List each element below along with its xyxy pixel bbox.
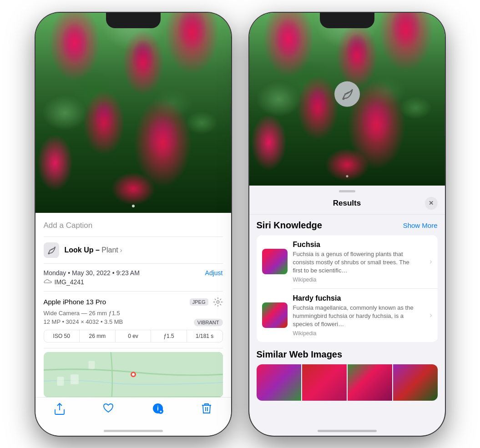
web-image-4[interactable]	[393, 364, 438, 401]
map-area[interactable]	[44, 352, 223, 398]
right-phone-screen: Results ✕ Siri Knowledge Show More Fuchs…	[249, 13, 445, 436]
favorite-button[interactable]	[103, 403, 114, 413]
photo-carousel-dot	[132, 205, 135, 207]
svg-rect-3	[71, 374, 79, 384]
filename-label: IMG_4241	[55, 278, 84, 286]
format-badge: JPEG	[190, 298, 208, 306]
flower-background	[35, 13, 231, 213]
sheet-content: Siri Knowledge Show More Fuchsia Fuchsia…	[249, 215, 445, 407]
fuchsia-description: Fuchsia is a genus of flowering plants t…	[293, 250, 421, 275]
home-indicator	[104, 430, 163, 432]
hardy-fuchsia-description: Fuchsia magellanica, commonly known as t…	[293, 304, 421, 329]
left-phone-screen: Add a Caption Look Up – Plant › Monday •…	[35, 13, 231, 436]
phone-notch	[106, 13, 161, 28]
caption-input[interactable]: Add a Caption	[44, 219, 223, 237]
result-item-fuchsia[interactable]: Fuchsia Fuchsia is a genus of flowering …	[257, 235, 438, 289]
focal-spec: 26 mm	[80, 330, 116, 342]
meta-section: Monday • May 30, 2022 • 9:23 AM Adjust I…	[44, 264, 223, 292]
siri-knowledge-title: Siri Knowledge	[257, 220, 322, 231]
svg-point-6	[132, 373, 135, 376]
result-item-hardy-fuchsia[interactable]: Hardy fuchsia Fuchsia magellanica, commo…	[257, 289, 438, 342]
shutter-spec: 1/181 s	[187, 330, 222, 342]
camera-spec: Wide Camera — 26 mm ƒ1.5	[44, 310, 223, 317]
svg-text:✦: ✦	[159, 410, 162, 414]
lookup-row[interactable]: Look Up – Plant ›	[44, 237, 223, 264]
visual-search-badge	[334, 81, 360, 106]
svg-rect-4	[88, 361, 95, 369]
filename-row: IMG_4241	[44, 278, 223, 286]
lookup-label: Look Up – Plant	[65, 246, 118, 254]
info-area: Add a Caption Look Up – Plant › Monday •…	[35, 213, 231, 398]
device-section: Apple iPhone 13 Pro JPEG Wide Camera — 2…	[44, 292, 223, 348]
delete-button[interactable]	[202, 403, 212, 414]
siri-knowledge-cards: Fuchsia Fuchsia is a genus of flowering …	[257, 235, 438, 342]
fuchsia-title: Fuchsia	[293, 241, 421, 249]
photo-area[interactable]	[35, 13, 231, 213]
right-home-indicator	[318, 430, 377, 432]
aperture-spec: ƒ1.5	[151, 330, 187, 342]
phone-notch-right	[320, 13, 374, 28]
lookup-chevron: ›	[120, 247, 122, 254]
hardy-fuchsia-chevron: ›	[429, 311, 432, 319]
right-dot	[346, 175, 348, 177]
settings-icon	[213, 297, 223, 307]
web-image-2[interactable]	[302, 364, 347, 401]
hardy-fuchsia-info: Hardy fuchsia Fuchsia magellanica, commo…	[293, 294, 421, 337]
hardy-fuchsia-source: Wikipedia	[293, 330, 421, 337]
hardy-fuchsia-title: Hardy fuchsia	[293, 294, 421, 302]
web-images-title: Similar Web Images	[257, 349, 438, 360]
resolution-spec: 12 MP • 3024 × 4032 • 3.5 MB	[44, 318, 123, 325]
hardy-fuchsia-thumbnail	[262, 302, 288, 328]
device-name: Apple iPhone 13 Pro	[44, 298, 106, 306]
web-image-1[interactable]	[257, 364, 301, 401]
web-images-section: Similar Web Images	[257, 349, 438, 401]
svg-rect-2	[57, 377, 64, 386]
photo-date: Monday • May 30, 2022 • 9:23 AM	[44, 269, 140, 277]
sheet-header: Results ✕	[249, 192, 445, 215]
close-button[interactable]: ✕	[425, 197, 438, 210]
share-button[interactable]	[55, 403, 65, 415]
fuchsia-info: Fuchsia Fuchsia is a genus of flowering …	[293, 241, 421, 283]
left-phone: Add a Caption Look Up – Plant › Monday •…	[35, 13, 231, 436]
lookup-icon	[44, 242, 59, 258]
iso-spec: ISO 50	[44, 330, 80, 342]
info-button[interactable]: i ✦	[152, 403, 163, 414]
svg-point-0	[217, 301, 219, 303]
fuchsia-source: Wikipedia	[293, 277, 421, 283]
filter-badge: VIBRANT	[194, 319, 223, 326]
tech-specs-row: ISO 50 26 mm 0 ev ƒ1.5 1/181 s	[44, 330, 223, 342]
fuchsia-thumbnail	[262, 249, 288, 274]
results-sheet: Results ✕ Siri Knowledge Show More Fuchs…	[249, 186, 445, 407]
siri-knowledge-header: Siri Knowledge Show More	[257, 220, 438, 231]
right-photo-area[interactable]	[249, 13, 445, 186]
right-phone: Results ✕ Siri Knowledge Show More Fuchs…	[249, 13, 445, 436]
show-more-button[interactable]: Show More	[403, 221, 438, 229]
web-images-grid	[257, 364, 438, 401]
ev-spec: 0 ev	[116, 330, 152, 342]
results-title: Results	[269, 199, 425, 208]
web-image-3[interactable]	[348, 364, 392, 401]
adjust-button[interactable]: Adjust	[205, 269, 223, 277]
fuchsia-chevron: ›	[429, 257, 432, 266]
